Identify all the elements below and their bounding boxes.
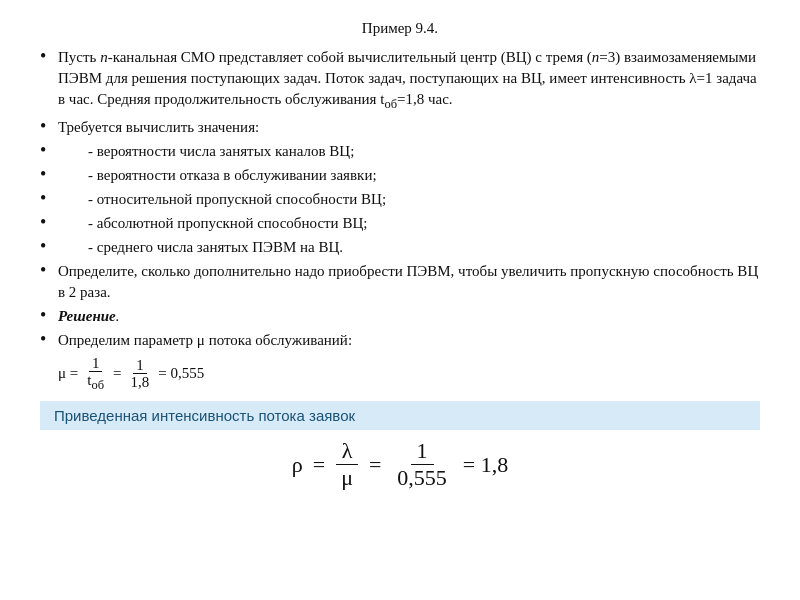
rho-formula: ρ = λ μ = 1 0,555 = 1,8 bbox=[40, 438, 760, 492]
list-item: • Определите, сколько дополнительно надо… bbox=[40, 261, 760, 303]
mu-numer: 1 bbox=[89, 355, 103, 373]
bullet-icon: • bbox=[40, 188, 58, 210]
mu-denom2: 1,8 bbox=[128, 374, 153, 391]
rho-eq1: = bbox=[313, 452, 325, 478]
bullet-icon: • bbox=[40, 46, 58, 68]
item-text: Требуется вычислить значения: bbox=[58, 117, 760, 138]
item-text: - абсолютной пропускной способности ВЦ; bbox=[58, 213, 760, 234]
item-text: - вероятности отказа в обслуживании заяв… bbox=[58, 165, 760, 186]
bullet-icon: • bbox=[40, 164, 58, 186]
list-item: • - среднего числа занятых ПЭВМ на ВЦ. bbox=[40, 237, 760, 258]
highlight-box: Приведенная интенсивность потока заявок bbox=[40, 401, 760, 430]
list-item: • Требуется вычислить значения: bbox=[40, 117, 760, 138]
item-text: Решение. bbox=[58, 306, 760, 327]
list-item: • - вероятности числа занятых каналов ВЦ… bbox=[40, 141, 760, 162]
mu-symbol: μ = bbox=[58, 365, 78, 382]
rho-result: = 1,8 bbox=[463, 452, 508, 478]
bullet-icon: • bbox=[40, 140, 58, 162]
list-item: • Решение. bbox=[40, 306, 760, 327]
rho-fraction2: 1 0,555 bbox=[391, 438, 453, 492]
rho-symbol: ρ bbox=[292, 452, 303, 478]
rho-numer: λ bbox=[336, 438, 359, 465]
list-item: • Пусть n-канальная СМО представляет соб… bbox=[40, 47, 760, 114]
bullet-icon: • bbox=[40, 212, 58, 234]
list-item: • Определим параметр μ потока обслуживан… bbox=[40, 330, 760, 351]
item-text: - среднего числа занятых ПЭВМ на ВЦ. bbox=[58, 237, 760, 258]
bullet-icon: • bbox=[40, 236, 58, 258]
highlight-label: Приведенная интенсивность потока заявок bbox=[54, 407, 355, 424]
list-item: • - вероятности отказа в обслуживании за… bbox=[40, 165, 760, 186]
item-text: - вероятности числа занятых каналов ВЦ; bbox=[58, 141, 760, 162]
item-text: Определим параметр μ потока обслуживаний… bbox=[58, 330, 760, 351]
item-text: Пусть n-канальная СМО представляет собой… bbox=[58, 47, 760, 114]
mu-denom: tоб bbox=[84, 372, 107, 393]
rho-denom: μ bbox=[335, 465, 359, 491]
bullet-icon: • bbox=[40, 329, 58, 351]
bullet-icon: • bbox=[40, 260, 58, 282]
bullet-icon: • bbox=[40, 305, 58, 327]
rho-eq2: = bbox=[369, 452, 381, 478]
mu-fraction: 1 tоб bbox=[84, 355, 107, 393]
item-text: Определите, сколько дополнительно надо п… bbox=[58, 261, 760, 303]
item-text: - относительной пропускной способности В… bbox=[58, 189, 760, 210]
mu-numer2: 1 bbox=[133, 357, 147, 375]
main-list: • Пусть n-канальная СМО представляет соб… bbox=[40, 47, 760, 351]
list-item: • - абсолютной пропускной способности ВЦ… bbox=[40, 213, 760, 234]
rho-fraction: λ μ bbox=[335, 438, 359, 492]
mu-equals: = bbox=[113, 365, 121, 382]
list-item: • - относительной пропускной способности… bbox=[40, 189, 760, 210]
bullet-icon: • bbox=[40, 116, 58, 138]
page-title: Пример 9.4. bbox=[40, 20, 760, 37]
rho-denom2: 0,555 bbox=[391, 465, 453, 491]
mu-result: = 0,555 bbox=[158, 365, 204, 382]
mu-fraction2: 1 1,8 bbox=[128, 357, 153, 391]
title-text: Пример 9.4. bbox=[362, 20, 438, 36]
mu-formula: μ = 1 tоб = 1 1,8 = 0,555 bbox=[58, 355, 760, 393]
rho-numer2: 1 bbox=[411, 438, 434, 465]
